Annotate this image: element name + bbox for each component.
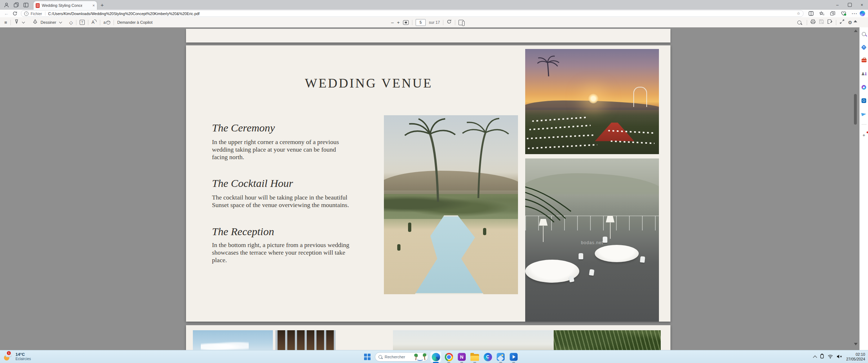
windows-taskbar: 1 14°C Eclaircies Rechercher N C (0, 350, 868, 363)
photo-dark-pergola (275, 330, 336, 350)
highlighter-icon[interactable] (14, 19, 19, 26)
weather-temperature: 14°C (15, 352, 31, 357)
taskbar-movies-icon[interactable] (508, 351, 519, 362)
taskbar-edge-icon[interactable] (430, 351, 441, 362)
page-number-input[interactable] (416, 19, 426, 26)
pdf-toolbar-center: – + sur 17 (391, 17, 464, 27)
taskbar-chrome-icon[interactable] (443, 351, 454, 362)
sidebar-search-icon[interactable] (861, 31, 867, 37)
browser-tab[interactable]: Wedding Styling Concept Kimber × (34, 1, 97, 10)
sun (588, 93, 599, 104)
add-favorite-icon[interactable]: ☆ (797, 11, 800, 16)
taskbar-search[interactable]: Rechercher (375, 352, 428, 362)
drop-icon[interactable] (861, 111, 867, 117)
rotate-icon[interactable] (447, 19, 452, 26)
taskbar-copilot-icon[interactable]: C (482, 351, 493, 362)
onenote-logo-icon: N (458, 353, 466, 361)
usb-device-icon[interactable] (820, 354, 824, 360)
tab-close-icon[interactable]: × (93, 3, 95, 8)
weather-condition: Eclaircies (15, 357, 31, 361)
designer-icon[interactable] (861, 84, 867, 90)
favorites-icon[interactable] (816, 11, 827, 16)
section-body-reception: In the bottom right, a picture from a pr… (212, 241, 352, 264)
divider (807, 20, 807, 25)
settings-gear-icon[interactable]: ⚙ (848, 20, 852, 25)
copilot-icon[interactable] (860, 11, 865, 16)
divider (88, 20, 88, 25)
add-text-icon[interactable]: T (80, 20, 85, 25)
draw-pen-icon[interactable] (33, 19, 37, 26)
profile-avatar-icon[interactable] (3, 2, 10, 8)
photo-green-foliage (554, 330, 661, 350)
hidden-icons-chevron[interactable] (813, 355, 817, 359)
settings-menu-icon[interactable]: ⋯ (849, 10, 860, 17)
chevron-down-icon[interactable] (59, 20, 62, 23)
tab-actions-icon[interactable] (23, 2, 29, 8)
browser-essentials-icon[interactable] (838, 11, 849, 16)
fit-to-width-icon[interactable] (403, 20, 409, 25)
taskbar-onenote-icon[interactable]: N (456, 351, 467, 362)
outlook-icon[interactable] (861, 98, 867, 103)
games-icon[interactable]: ♟♝ (861, 71, 867, 77)
taskbar-file-explorer-icon[interactable] (469, 351, 480, 362)
pdf-file-icon (36, 3, 40, 8)
window-minimize-button[interactable]: – (831, 0, 843, 10)
eraser-icon[interactable]: ◇ (69, 20, 73, 25)
new-tab-button[interactable]: + (101, 2, 104, 8)
start-button[interactable] (362, 351, 373, 362)
scrollbar-thumb[interactable] (854, 94, 857, 125)
table-of-contents-icon[interactable]: ≡ (4, 20, 7, 25)
palm-trees (384, 115, 518, 209)
save-as-icon[interactable] (827, 19, 833, 26)
collapse-toolbar-icon[interactable] (854, 20, 857, 22)
scroll-up-arrow[interactable] (854, 30, 858, 32)
divider (76, 20, 76, 25)
window-close-button[interactable]: × (856, 0, 868, 10)
movies-logo-icon (510, 353, 518, 361)
taskbar-photos-icon[interactable] (495, 351, 506, 362)
ask-copilot-button[interactable]: Demander à Copilot (117, 20, 152, 24)
zoom-in-icon[interactable]: + (397, 20, 400, 25)
browser-title-bar: Wedding Styling Concept Kimber × + – × (0, 0, 868, 10)
volume-muted-icon[interactable] (837, 354, 842, 360)
read-aloud-icon[interactable]: A (92, 20, 94, 25)
section-heading-cocktail: The Cocktail Hour (212, 177, 293, 189)
add-sidebar-app-icon[interactable]: + (861, 132, 867, 138)
taskbar-clock[interactable]: 02:10 27/05/2024 (846, 352, 865, 362)
windows-logo-icon (364, 354, 371, 360)
divider (10, 20, 11, 25)
pdf-toolbar-left: ≡ Dessiner ◇ T A a Demander à Copilot (4, 17, 152, 27)
draw-button-label[interactable]: Dessiner (41, 20, 56, 24)
print-icon[interactable] (810, 19, 816, 26)
chair (640, 256, 645, 263)
translate-icon[interactable]: a (103, 20, 110, 24)
pdf-toolbar-right: ⚙ (797, 17, 852, 27)
back-icon[interactable]: ← (4, 11, 9, 16)
shopping-tag-icon[interactable] (861, 44, 867, 50)
window-controls: – × (831, 0, 868, 10)
page-info-icon[interactable]: i (24, 12, 28, 16)
scroll-down-arrow[interactable] (854, 343, 858, 345)
edge-logo-icon (432, 353, 440, 361)
window-restore-button[interactable] (843, 0, 856, 10)
address-bar[interactable]: i Fichier C:/Users/Kim/Downloads/Wedding… (21, 10, 803, 17)
split-screen-icon[interactable] (806, 11, 816, 16)
url-text[interactable]: C:/Users/Kim/Downloads/Wedding%20Styling… (48, 12, 200, 16)
palm-silhouette (536, 55, 561, 77)
workspaces-icon[interactable] (13, 2, 19, 8)
fullscreen-icon[interactable] (840, 19, 845, 26)
tools-icon[interactable] (861, 58, 867, 63)
pdf-canvas[interactable]: WEDDING VENUE The Ceremony In the upper … (0, 27, 859, 350)
web-capture-icon[interactable] (827, 11, 838, 16)
divider (862, 124, 867, 125)
divider (443, 20, 443, 25)
page-view-icon[interactable] (459, 20, 464, 25)
chevron-down-icon[interactable] (22, 20, 25, 23)
weather-widget[interactable]: 1 14°C Eclaircies (4, 352, 31, 361)
chair (589, 269, 594, 276)
zoom-out-icon[interactable]: – (391, 20, 394, 25)
refresh-icon[interactable] (13, 11, 17, 16)
search-document-icon[interactable] (797, 21, 801, 24)
taskbar-center: Rechercher N C (362, 351, 519, 362)
wifi-icon[interactable] (828, 354, 833, 360)
